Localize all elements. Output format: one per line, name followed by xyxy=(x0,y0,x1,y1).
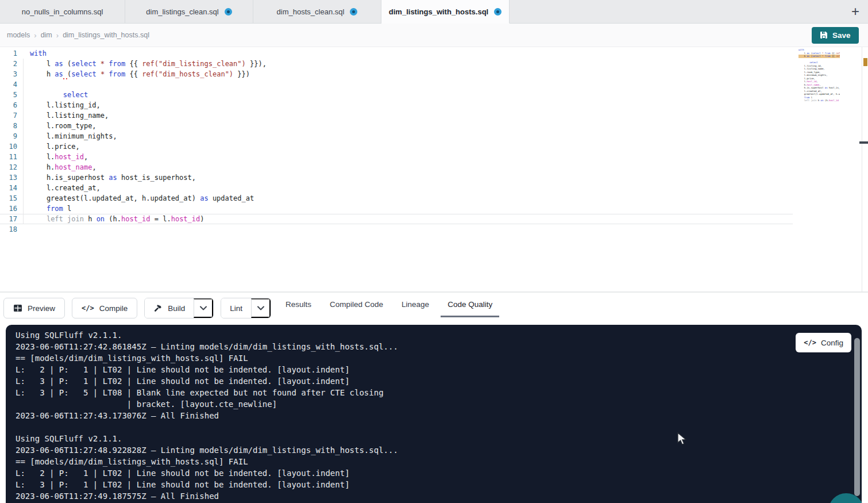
code-line[interactable]: 11 l.host_id, xyxy=(0,152,793,162)
code-line[interactable]: 5 select xyxy=(0,90,793,100)
code-editor[interactable]: 1with2 l as (select * from {{ ref("dim_l… xyxy=(0,47,868,292)
code-line[interactable]: 12 h.host_name, xyxy=(0,162,793,172)
code-line[interactable]: 6 l.listing_id, xyxy=(0,100,793,110)
code-line[interactable]: 8 l.room_type, xyxy=(0,121,793,131)
breadcrumb-separator: › xyxy=(34,31,36,40)
config-button[interactable]: </> Config xyxy=(796,333,851,352)
line-number: 1 xyxy=(0,48,17,59)
line-number: 18 xyxy=(0,224,17,235)
file-tab[interactable]: no_nulls_in_columns.sql xyxy=(0,0,125,24)
breadcrumb-separator: › xyxy=(56,31,59,40)
warning-marker xyxy=(863,58,867,66)
file-tab-label: dim_hosts_clean.sql xyxy=(277,7,345,16)
terminal-panel: Using SQLFluff v2.1.1. 2023-06-06T11:27:… xyxy=(6,325,862,503)
file-tab-label: no_nulls_in_columns.sql xyxy=(22,7,103,16)
action-buttons: Preview </> Compile Build Lint xyxy=(3,298,271,318)
file-tab[interactable]: dim_listings_with_hosts.sql xyxy=(381,0,510,24)
code-brackets-icon: </> xyxy=(804,339,816,346)
result-tab-results[interactable]: Results xyxy=(279,293,318,317)
file-tab[interactable]: dim_hosts_clean.sql xyxy=(253,0,381,24)
code-line[interactable]: 15 greatest(l.updated_at, h.updated_at) … xyxy=(0,193,793,203)
build-label: Build xyxy=(168,304,185,313)
floppy-disk-icon xyxy=(820,31,828,39)
file-tab-bar: no_nulls_in_columns.sqldim_listings_clea… xyxy=(0,0,868,24)
file-tab[interactable]: dim_listings_clean.sql xyxy=(125,0,253,24)
line-number: 13 xyxy=(0,172,17,183)
code-text: l.created_at, xyxy=(30,183,101,193)
build-split-button: Build xyxy=(144,298,214,318)
gutter-guide-line xyxy=(23,59,24,224)
code-line[interactable]: 1with xyxy=(0,48,793,59)
code-line[interactable]: 16 from l xyxy=(0,203,793,214)
lint-dropdown-button[interactable] xyxy=(251,298,271,318)
code-text: l.price, xyxy=(30,141,80,152)
preview-label: Preview xyxy=(28,304,55,313)
code-text: h.is_superhost as host_is_superhost, xyxy=(30,172,196,183)
code-text: l as (select * from {{ ref("dim_listings… xyxy=(30,59,267,69)
result-tab-compiled-code[interactable]: Compiled Code xyxy=(323,293,390,317)
compile-button[interactable]: </> Compile xyxy=(72,298,137,318)
code-line[interactable]: 2 l as (select * from {{ ref("dim_listin… xyxy=(0,59,793,69)
code-line[interactable]: 17 left join h on (h.host_id = l.host_id… xyxy=(0,214,793,224)
file-tab-label: dim_listings_clean.sql xyxy=(146,7,218,16)
code-text: greatest(l.updated_at, h.updated_at) as … xyxy=(30,193,254,203)
code-text: l.listing_name, xyxy=(30,110,109,121)
code-line[interactable]: 18 xyxy=(0,224,793,235)
breadcrumb-item: dim xyxy=(41,31,52,39)
code-text: from l xyxy=(30,203,71,214)
editor-toolbar: Preview </> Compile Build Lint xyxy=(0,292,868,325)
build-dropdown-button[interactable] xyxy=(194,298,213,318)
code-line[interactable]: 7 l.listing_name, xyxy=(0,110,793,121)
minimap-line: left join h on (h.host_id = l.host_id) xyxy=(798,99,840,102)
result-tab-lineage[interactable]: Lineage xyxy=(395,293,436,317)
preview-button[interactable]: Preview xyxy=(3,298,65,318)
line-number: 4 xyxy=(0,79,17,90)
code-line[interactable]: 9 l.minimum_nights, xyxy=(0,131,793,141)
minimap-line xyxy=(798,102,840,106)
code-text: with xyxy=(30,48,47,59)
tab-bar-filler: + xyxy=(510,0,868,24)
code-line[interactable]: 14 l.created_at, xyxy=(0,183,793,193)
chevron-down-icon xyxy=(257,306,264,310)
code-line[interactable]: 3 h as (select * from {{ ref("dim_hosts_… xyxy=(0,69,793,79)
code-text: l.minimum_nights, xyxy=(30,131,117,141)
code-line[interactable]: 10 l.price, xyxy=(0,141,793,152)
unsaved-changes-dot xyxy=(225,8,232,16)
plus-icon: + xyxy=(851,3,859,20)
line-number: 11 xyxy=(0,152,17,162)
breadcrumb: models›dim›dim_listings_with_hosts.sql xyxy=(7,31,149,40)
breadcrumb-item: models xyxy=(7,31,30,39)
code-text: l.host_id, xyxy=(30,152,88,162)
file-header-bar: models›dim›dim_listings_with_hosts.sql S… xyxy=(0,24,868,47)
line-number: 6 xyxy=(0,100,17,110)
line-number: 12 xyxy=(0,162,17,172)
code-lines: 1with2 l as (select * from {{ ref("dim_l… xyxy=(0,48,793,235)
new-tab-button[interactable]: + xyxy=(843,0,868,23)
code-text: l.room_type, xyxy=(30,121,97,131)
save-button-label: Save xyxy=(832,31,851,40)
breadcrumb-item: dim_listings_with_hosts.sql xyxy=(63,31,149,39)
overview-ruler xyxy=(862,47,868,292)
terminal-scrollbar[interactable] xyxy=(854,338,860,496)
save-button[interactable]: Save xyxy=(812,27,859,44)
code-brackets-icon: </> xyxy=(82,305,94,312)
code-line[interactable]: 4 xyxy=(0,79,793,90)
code-line[interactable]: 13 h.is_superhost as host_is_superhost, xyxy=(0,172,793,183)
build-button[interactable]: Build xyxy=(145,298,194,318)
minimap[interactable]: with l as (select * from {{ ref("dim_lis… xyxy=(798,48,840,117)
code-text: h as (select * from {{ ref("dim_hosts_cl… xyxy=(30,69,250,79)
line-number: 7 xyxy=(0,110,17,121)
line-number: 9 xyxy=(0,131,17,141)
lint-output: Using SQLFluff v2.1.1. 2023-06-06T11:27:… xyxy=(16,329,398,502)
line-number: 3 xyxy=(0,69,17,79)
file-tab-label: dim_listings_with_hosts.sql xyxy=(389,7,488,16)
lint-split-button: Lint xyxy=(221,298,271,318)
result-tab-code-quality[interactable]: Code Quality xyxy=(441,293,499,317)
table-grid-icon xyxy=(13,304,22,313)
chevron-down-icon xyxy=(200,306,207,310)
line-number: 17 xyxy=(0,214,17,224)
lint-button[interactable]: Lint xyxy=(221,298,251,318)
unsaved-changes-dot xyxy=(494,8,501,16)
code-text: left join h on (h.host_id = l.host_id) xyxy=(30,214,205,224)
line-number: 14 xyxy=(0,183,17,193)
